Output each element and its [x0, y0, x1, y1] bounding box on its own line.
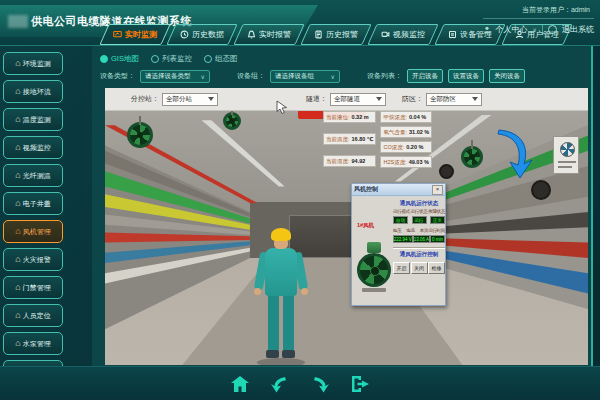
blue-curved-arrow-icon[interactable]: [493, 126, 537, 180]
sensor-humidity: 当前湿度:94.92: [323, 155, 376, 167]
login-user-label: 当前登录用户：admin: [483, 3, 594, 19]
sidebar-item-personnel[interactable]: ⌂人员定位: [3, 304, 63, 327]
device-type-label: 设备类型：: [100, 71, 135, 81]
house-icon: ⌂: [15, 227, 20, 236]
divider: [393, 247, 445, 249]
ceiling-fan[interactable]: [461, 146, 483, 168]
tab-label: 历史数据: [192, 29, 224, 40]
house-icon: ⌂: [15, 115, 20, 124]
top-header: 供电公司电缆隧道在线监测系统 实时监测 历史数据 实时报警 历史报警 视频监控: [0, 0, 600, 46]
close-icon[interactable]: ×: [432, 185, 443, 195]
dropdown-arrow-icon: [472, 97, 478, 101]
sidebar-item-fire-alarm[interactable]: ⌂火灾报警: [3, 248, 63, 271]
back-arrow-icon: [269, 373, 291, 395]
ceiling-fan[interactable]: [127, 122, 153, 148]
open-device-button[interactable]: 开启设备: [407, 69, 443, 83]
environment-sensor-panel: 当前液位:0.32 m 当前温度:16.80 ℃ 当前湿度:94.92 甲烷浓度…: [323, 111, 432, 168]
tunnel-label: 隧道：: [306, 94, 327, 104]
fan-sign-panel: [553, 136, 579, 174]
sidebar-item-access-control[interactable]: ⌂门禁管理: [3, 276, 63, 299]
tunnel-3d-viewport[interactable]: 分控站： 全部分站 隧道： 全部隧道 防区： 全部防区: [105, 88, 588, 365]
tab-label: 历史报警: [326, 29, 358, 40]
tunnel-select[interactable]: 全部隧道: [330, 93, 386, 106]
house-icon: ⌂: [15, 255, 20, 264]
sidebar-item-manhole[interactable]: ⌂电子井盖: [3, 192, 63, 215]
home-button[interactable]: [228, 372, 252, 396]
tab-history-data[interactable]: 历史数据: [166, 24, 237, 45]
monitor-edit-icon: [113, 30, 122, 39]
power-icon: [548, 25, 557, 34]
house-icon: ⌂: [15, 199, 20, 208]
sidebar-item-fan-manage[interactable]: ⌂风机管理: [3, 220, 63, 243]
current-value: 13.06 A: [413, 235, 430, 243]
device-group-label: 设备组：: [237, 71, 265, 81]
sensor-liquid-level: 当前液位:0.32 m: [323, 111, 376, 123]
sign-line: [558, 166, 572, 168]
user-area: 当前登录用户：admin 个人中心 ∨ 退出系统: [483, 3, 594, 35]
divider: [542, 25, 543, 35]
fan-stop-button[interactable]: 关闭: [411, 262, 428, 274]
device-icon: [448, 30, 457, 39]
ceiling-fan[interactable]: [223, 112, 241, 130]
device-group-select[interactable]: 请选择设备组∨: [270, 70, 340, 83]
sidebar-item-video[interactable]: ⌂视频监控: [3, 136, 63, 159]
history-alarm-icon: [314, 30, 323, 39]
tunnel-view[interactable]: 当前液位:0.32 m 当前温度:16.80 ℃ 当前湿度:94.92 甲烷浓度…: [105, 110, 588, 365]
forward-arrow-icon: [309, 373, 331, 395]
forward-button[interactable]: [308, 372, 332, 396]
run-mode-value: 自动: [393, 216, 408, 224]
sensor-co: CO浓度:0.20 %: [380, 141, 432, 153]
tab-realtime-monitor[interactable]: 实时监测: [99, 24, 170, 45]
house-icon: ⌂: [15, 339, 20, 348]
view-mode-radios: GIS地图 列表监控 组态图: [100, 54, 237, 64]
fan-graphic: [356, 240, 392, 294]
logout-link[interactable]: 退出系统: [562, 24, 594, 35]
tab-history-alarm[interactable]: 历史报警: [300, 24, 371, 45]
house-icon: ⌂: [15, 171, 20, 180]
zone-label: 防区：: [402, 94, 423, 104]
fan-diagram-icon: [560, 142, 575, 157]
fan-start-button[interactable]: 开启: [393, 262, 410, 274]
run-status-value: 运行: [412, 216, 427, 224]
tab-label: 实时监测: [125, 29, 157, 40]
personal-center-link[interactable]: 个人中心: [496, 24, 528, 35]
back-button[interactable]: [268, 372, 292, 396]
history-data-icon: [180, 30, 189, 39]
fault-status-value: 正常: [430, 216, 445, 224]
device-list-label: 设备列表：: [367, 71, 402, 81]
sidebar-item-pump[interactable]: ⌂水泵管理: [3, 332, 63, 355]
bottom-nav-bar: [0, 366, 600, 400]
house-icon: ⌂: [15, 59, 20, 68]
tab-realtime-alarm[interactable]: 实时报警: [233, 24, 304, 45]
exit-icon: [349, 373, 371, 395]
radio-config-diagram[interactable]: 组态图: [204, 54, 238, 64]
hard-hat: [271, 228, 291, 241]
house-icon: ⌂: [15, 283, 20, 292]
alarm-bell-icon: [247, 30, 256, 39]
device-type-select[interactable]: 请选择设备类型∨: [140, 70, 210, 83]
zone-select[interactable]: 全部防区: [426, 93, 482, 106]
camera-icon: [381, 30, 390, 39]
sensor-oxygen: 氧气含量:31.02 %: [380, 126, 432, 138]
radio-dot: [151, 55, 159, 63]
device-toolbar: 设备类型： 请选择设备类型∨ 设备组： 请选择设备组∨ 设备列表： 开启设备 设…: [100, 69, 525, 83]
set-device-button[interactable]: 设置设备: [448, 69, 484, 83]
radio-gis-map[interactable]: GIS地图: [100, 54, 139, 64]
chevron-down-icon: ∨: [331, 73, 335, 80]
dropdown-arrow-icon: [376, 97, 382, 101]
fan-name-label: 1#风机: [357, 222, 374, 229]
exit-button[interactable]: [348, 372, 372, 396]
sidebar-item-temperature[interactable]: ⌂温度监测: [3, 108, 63, 131]
worker-avatar: [251, 228, 311, 365]
fan-maintenance-button[interactable]: 检修: [428, 262, 445, 274]
station-select[interactable]: 全部分站: [162, 93, 218, 106]
radio-list-monitor[interactable]: 列表监控: [151, 54, 192, 64]
dialog-title: 风机控制: [354, 185, 378, 194]
sidebar-item-ground-loop[interactable]: ⌂接地环流: [3, 80, 63, 103]
sidebar-item-fiber-temp[interactable]: ⌂光纤测温: [3, 164, 63, 187]
tab-video-monitor[interactable]: 视频监控: [367, 24, 438, 45]
sidebar-item-environment[interactable]: ⌂环境监测: [3, 52, 63, 75]
main-panel: GIS地图 列表监控 组态图 设备类型： 请选择设备类型∨ 设备组： 请选择设备…: [92, 46, 593, 366]
close-device-button[interactable]: 关闭设备: [489, 69, 525, 83]
dialog-titlebar[interactable]: 风机控制 ×: [352, 184, 445, 196]
